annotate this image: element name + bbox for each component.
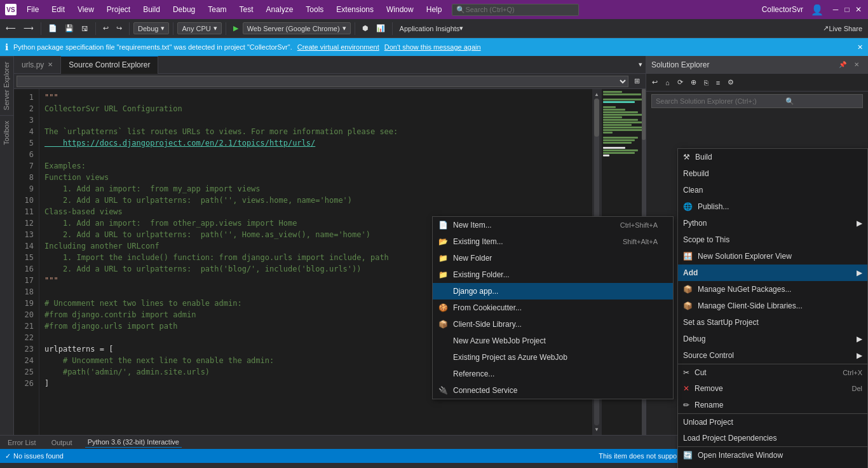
pin-btn[interactable]: 📌 <box>836 59 849 71</box>
redo-btn[interactable]: ↪ <box>113 22 125 34</box>
app-insights-btn[interactable]: Application Insights ▾ <box>397 22 467 34</box>
close-btn[interactable]: ✕ <box>854 5 863 14</box>
ctx-remove[interactable]: ✕ Remove Del <box>678 380 867 397</box>
solution-search-input[interactable] <box>656 97 783 105</box>
scroll-thumb[interactable] <box>594 99 599 137</box>
ctx-client-libs[interactable]: 📦 Manage Client-Side Libraries... <box>678 298 867 314</box>
error-list-tab[interactable]: Error List <box>5 437 39 448</box>
debug-mode-dropdown[interactable]: Debug ▾ <box>133 22 169 34</box>
ctx-rename[interactable]: ✏ Rename <box>678 397 867 413</box>
menu-edit[interactable]: Edit <box>46 4 70 15</box>
save-btn[interactable]: 💾 <box>62 22 77 34</box>
scroll-down-btn[interactable]: ▼ <box>594 427 599 432</box>
ctx-cut[interactable]: ✂ Cut Ctrl+X <box>678 364 867 380</box>
info-close-btn[interactable]: ✕ <box>857 43 863 52</box>
add-from-cookiecutter[interactable]: 🍪 From Cookiecutter... <box>433 299 673 316</box>
menu-file[interactable]: File <box>22 4 44 15</box>
dismiss-link[interactable]: Don't show this message again <box>384 43 481 51</box>
nav-back-btn[interactable]: ⟵ <box>3 22 19 34</box>
ctx-unload[interactable]: Unload Project <box>678 413 867 430</box>
minimize-btn[interactable]: ─ <box>831 5 840 14</box>
menu-debug[interactable]: Debug <box>168 4 200 15</box>
ctx-debug[interactable]: Debug ▶ <box>678 331 867 347</box>
sol-collapse-btn[interactable]: ⟳ <box>674 76 686 88</box>
sol-refresh-btn[interactable]: ↩ <box>649 76 661 88</box>
nav-fwd-btn[interactable]: ⟶ <box>20 22 37 34</box>
project-name: CollectorSvr <box>762 5 803 14</box>
menu-window[interactable]: Window <box>381 4 419 15</box>
solution-panel-close-btn[interactable]: ✕ <box>850 59 863 71</box>
undo-btn[interactable]: ↩ <box>100 22 112 34</box>
add-new-folder[interactable]: 📁 New Folder <box>433 250 673 266</box>
menu-tools[interactable]: Tools <box>301 4 329 15</box>
ctx-rename-label: Rename <box>695 401 723 410</box>
ctx-python[interactable]: Python ▶ <box>678 215 867 231</box>
live-share-icon: ↗ <box>823 24 829 32</box>
file-nav-select[interactable] <box>17 76 628 87</box>
sol-filter-btn[interactable]: ≡ <box>713 77 723 88</box>
menu-view[interactable]: View <box>72 4 99 15</box>
add-azure-webjob[interactable]: New Azure WebJob Project <box>433 333 673 349</box>
tab-urls-py-close[interactable]: ✕ <box>48 61 53 68</box>
ctx-clean[interactable]: Clean <box>678 182 867 198</box>
title-bar-left: VS File Edit View Project Build Debug Te… <box>5 4 579 16</box>
menu-extensions[interactable]: Extensions <box>331 4 379 15</box>
ctx-build[interactable]: ⚒ Build <box>678 149 867 165</box>
sol-show-all-btn[interactable]: ⊕ <box>688 76 700 88</box>
sol-home-btn[interactable]: ⌂ <box>662 77 673 88</box>
title-search-box[interactable]: 🔍 <box>452 4 579 16</box>
menu-help[interactable]: Help <box>421 4 447 15</box>
add-client-side-lib[interactable]: 📦 Client-Side Library... <box>433 316 673 333</box>
ctx-add[interactable]: Add ▶ <box>678 265 867 281</box>
sol-settings-btn[interactable]: ⚙ <box>724 76 737 88</box>
toolbox-tab[interactable]: Toolbox <box>0 115 13 150</box>
diagnostics-btn[interactable]: ⬢ <box>359 22 372 34</box>
cpu-dropdown[interactable]: Any CPU ▾ <box>177 22 221 34</box>
ctx-rebuild[interactable]: Rebuild <box>678 165 867 182</box>
ctx-open-folder[interactable]: Open Folder in File Explorer <box>678 463 867 468</box>
add-existing-item[interactable]: 📂 Existing Item... Shift+Alt+A <box>433 233 673 250</box>
tab-list-btn[interactable]: ▾ <box>635 59 646 71</box>
create-venv-link[interactable]: Create virtual environment <box>297 43 379 51</box>
split-editor-btn[interactable]: ⊞ <box>631 75 643 87</box>
existing-webjob-icon <box>438 352 448 362</box>
ctx-publish[interactable]: 🌐 Publish... <box>678 198 867 215</box>
add-reference[interactable]: Reference... <box>433 366 673 382</box>
add-django-app[interactable]: Django app... <box>433 283 673 299</box>
server-dropdown[interactable]: Web Server (Google Chrome) ▾ <box>243 22 351 34</box>
ctx-scope[interactable]: Scope to This <box>678 231 867 248</box>
ctx-load-deps[interactable]: Load Project Dependencies <box>678 430 867 446</box>
status-no-issues[interactable]: ✓ No issues found <box>5 452 64 460</box>
tab-urls-py[interactable]: urls.py ✕ <box>14 56 61 74</box>
solution-search-box[interactable]: 🔍 <box>651 94 863 108</box>
menu-team[interactable]: Team <box>203 4 231 15</box>
output-tab[interactable]: Output <box>49 437 75 448</box>
perf-btn[interactable]: 📊 <box>373 22 388 34</box>
add-existing-folder[interactable]: 📁 Existing Folder... <box>433 266 673 283</box>
ctx-source-control[interactable]: Source Control ▶ <box>678 347 867 364</box>
ctx-nuget[interactable]: 📦 Manage NuGet Packages... <box>678 281 867 298</box>
ctx-startup[interactable]: Set as StartUp Project <box>678 314 867 331</box>
python-interactive-tab[interactable]: Python 3.6 (32-bit) Interactive <box>85 437 182 448</box>
scroll-up-btn[interactable]: ▲ <box>594 92 599 97</box>
add-connected-service[interactable]: 🔌 Connected Service <box>433 382 673 399</box>
menu-build[interactable]: Build <box>138 4 165 15</box>
add-existing-webjob[interactable]: Existing Project as Azure WebJob <box>433 349 673 366</box>
menu-analyze[interactable]: Analyze <box>261 4 299 15</box>
menu-project[interactable]: Project <box>102 4 135 15</box>
title-search-input[interactable] <box>465 6 560 13</box>
add-new-item[interactable]: 📄 New Item... Ctrl+Shift+A <box>433 217 673 233</box>
azure-webjob-icon <box>438 336 448 346</box>
server-explorer-tab[interactable]: Server Explorer <box>0 56 13 115</box>
sol-preview-btn[interactable]: ⎘ <box>701 77 712 88</box>
ctx-new-sol-view[interactable]: 🪟 New Solution Explorer View <box>678 248 867 265</box>
run-btn[interactable]: ▶ <box>230 22 241 34</box>
menu-test[interactable]: Test <box>234 4 259 15</box>
maximize-btn[interactable]: □ <box>843 5 851 14</box>
new-project-btn[interactable]: 📄 <box>45 22 60 34</box>
new-folder-icon: 📁 <box>438 253 448 263</box>
save-all-btn[interactable]: 🖫 <box>78 23 92 34</box>
tab-source-control[interactable]: Source Control Explorer <box>61 56 158 74</box>
live-share-btn[interactable]: ↗ Live Share <box>820 22 865 34</box>
ctx-open-interactive[interactable]: 🔄 Open Interactive Window <box>678 446 867 463</box>
